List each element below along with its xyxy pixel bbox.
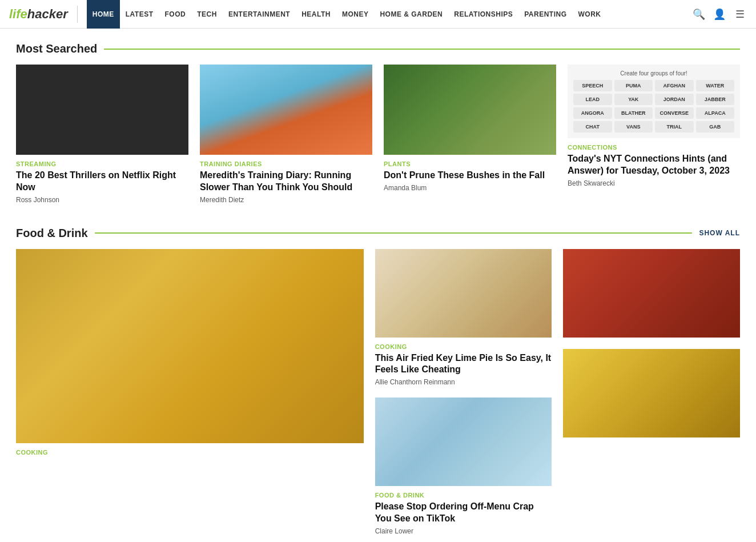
nav-food[interactable]: FOOD: [159, 0, 192, 29]
header-icons: 🔍 👤 ☰: [692, 7, 747, 21]
nav-latest[interactable]: LATEST: [120, 0, 159, 29]
nav-parenting[interactable]: PARENTING: [518, 0, 572, 29]
card-connections[interactable]: Create four groups of four! SPEECH PUMA …: [568, 65, 740, 204]
conn-cell-9: ANGORA: [573, 107, 612, 119]
conn-cell-11: CONVERSE: [655, 107, 694, 119]
card-pie-title: This Air Fried Key Lime Pie Is So Easy, …: [375, 352, 552, 376]
card-plants-author: Amanda Blum: [384, 184, 556, 192]
main-nav: HOME LATEST FOOD TECH ENTERTAINMENT HEAL…: [87, 0, 692, 29]
search-icon[interactable]: 🔍: [692, 7, 706, 21]
card-plants-title: Don't Prune These Bushes in the Fall: [384, 170, 556, 182]
card-thrillers-category: STREAMING: [16, 160, 188, 167]
card-thrillers-author: Ross Johnson: [16, 196, 188, 204]
card-training[interactable]: TRAINING DIARIES Meredith's Training Dia…: [200, 65, 372, 204]
card-food-extra1[interactable]: [563, 249, 740, 338]
card-thrillers-title: The 20 Best Thrillers on Netflix Right N…: [16, 170, 188, 194]
card-starbucks-title: Please Stop Ordering Off-Menu Crap You S…: [375, 501, 552, 525]
food-drink-header: Food & Drink SHOW ALL: [16, 227, 740, 240]
logo-hacker: hacker: [27, 7, 68, 21]
card-plants-category: PLANTS: [384, 160, 556, 167]
card-food-extra2-image: [563, 349, 740, 437]
conn-cell-15: TRIAL: [655, 121, 694, 133]
card-plants[interactable]: PLANTS Don't Prune These Bushes in the F…: [384, 65, 556, 204]
most-searched-header: Most Searched: [16, 42, 740, 55]
card-starbucks[interactable]: FOOD & DRINK Please Stop Ordering Off-Me…: [375, 398, 552, 535]
logo-divider: [77, 6, 78, 23]
card-starbucks-image: [375, 398, 552, 486]
conn-cell-4: WATER: [696, 80, 735, 91]
connections-label: Create four groups of four!: [573, 70, 734, 77]
card-thrillers[interactable]: STREAMING The 20 Best Thrillers on Netfl…: [16, 65, 188, 204]
conn-cell-6: YAK: [614, 94, 653, 105]
connections-puzzle: Create four groups of four! SPEECH PUMA …: [568, 65, 740, 138]
food-far-right-cards: [563, 249, 740, 535]
card-pie[interactable]: COOKING This Air Fried Key Lime Pie Is S…: [375, 249, 552, 387]
nav-money[interactable]: MONEY: [336, 0, 375, 29]
show-all-button[interactable]: SHOW ALL: [699, 229, 740, 237]
nav-work[interactable]: WORK: [573, 0, 607, 29]
logo-life: life: [9, 7, 27, 21]
connections-cells: SPEECH PUMA AFGHAN WATER LEAD YAK JORDAN…: [573, 80, 734, 133]
card-training-category: TRAINING DIARIES: [200, 160, 372, 167]
conn-cell-10: BLATHER: [614, 107, 653, 119]
conn-cell-12: ALPACA: [696, 107, 735, 119]
card-thrillers-image: [16, 65, 188, 155]
card-pie-author: Allie Chanthorn Reinmann: [375, 378, 552, 386]
card-training-author: Meredith Dietz: [200, 196, 372, 204]
site-logo[interactable]: lifehacker: [9, 7, 68, 22]
nav-tech[interactable]: TECH: [191, 0, 223, 29]
card-starbucks-category: FOOD & DRINK: [375, 492, 552, 499]
card-connections-category: CONNECTIONS: [568, 144, 740, 151]
conn-cell-14: VANS: [614, 121, 653, 133]
site-header: lifehacker HOME LATEST FOOD TECH ENTERTA…: [0, 0, 756, 29]
card-training-image: [200, 65, 372, 155]
food-drink-title: Food & Drink: [16, 227, 88, 240]
nav-relationships[interactable]: RELATIONSHIPS: [448, 0, 518, 29]
card-pie-category: COOKING: [375, 343, 552, 350]
card-connections-title: Today's NYT Connections Hints (and Answe…: [568, 153, 740, 177]
conn-cell-7: JORDAN: [655, 94, 694, 105]
card-lemon[interactable]: COOKING: [16, 249, 364, 542]
card-food-extra1-image: [563, 249, 740, 338]
card-training-title: Meredith's Training Diary: Running Slowe…: [200, 170, 372, 194]
card-pie-image: [375, 249, 552, 338]
menu-icon[interactable]: ☰: [733, 7, 747, 21]
conn-cell-2: PUMA: [614, 80, 653, 91]
main-content: Most Searched STREAMING The 20 Best Thri…: [7, 42, 749, 542]
conn-cell-13: CHAT: [573, 121, 612, 133]
conn-cell-16: GAB: [696, 121, 735, 133]
user-icon[interactable]: 👤: [713, 7, 726, 21]
food-drink-grid: COOKING COOKING This Air Fried Key Lime …: [16, 249, 740, 542]
card-lemon-image: [16, 249, 364, 443]
conn-cell-5: LEAD: [573, 94, 612, 105]
card-food-extra2[interactable]: [563, 349, 740, 437]
conn-cell-8: JABBER: [696, 94, 735, 105]
most-searched-title: Most Searched: [16, 42, 97, 55]
food-right-cards: COOKING This Air Fried Key Lime Pie Is S…: [375, 249, 552, 535]
conn-cell-3: AFGHAN: [655, 80, 694, 91]
card-plants-image: [384, 65, 556, 155]
nav-home-garden[interactable]: HOME & GARDEN: [374, 0, 448, 29]
card-lemon-category: COOKING: [16, 449, 364, 456]
section-divider: [104, 49, 740, 50]
food-section-divider: [95, 232, 693, 234]
card-connections-author: Beth Skwarecki: [568, 179, 740, 187]
conn-cell-1: SPEECH: [573, 80, 612, 91]
nav-home[interactable]: HOME: [87, 0, 120, 29]
card-starbucks-author: Claire Lower: [375, 527, 552, 535]
nav-entertainment[interactable]: ENTERTAINMENT: [223, 0, 296, 29]
most-searched-grid: STREAMING The 20 Best Thrillers on Netfl…: [16, 65, 740, 204]
nav-health[interactable]: HEALTH: [296, 0, 336, 29]
